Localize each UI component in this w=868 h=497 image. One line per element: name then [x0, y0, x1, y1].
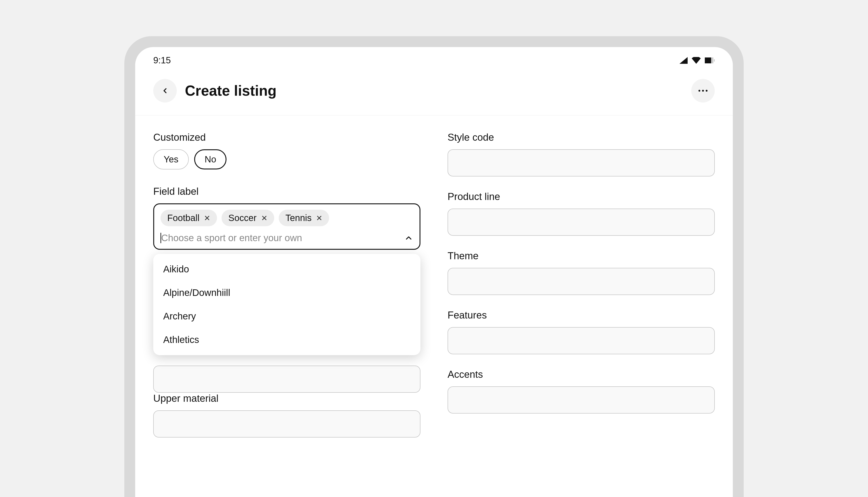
chip-football[interactable]: Football ✕ [161, 210, 217, 226]
obscured-field[interactable] [153, 366, 421, 393]
features-label: Features [447, 310, 715, 321]
close-icon[interactable]: ✕ [316, 214, 322, 223]
page-title: Create listing [185, 82, 277, 99]
sport-combobox[interactable]: Football ✕ Soccer ✕ Tennis ✕ [153, 203, 421, 250]
screen: 9:15 Create listing Customized [135, 47, 733, 497]
upper-material-label: Upper material [153, 393, 421, 404]
sport-combobox-wrap: Football ✕ Soccer ✕ Tennis ✕ [153, 203, 421, 250]
text-cursor [161, 233, 161, 243]
field-label-label: Field label [153, 186, 421, 197]
customized-options: Yes No [153, 149, 421, 169]
accents-label: Accents [447, 369, 715, 380]
input-with-caret [161, 232, 404, 243]
combobox-input-row [161, 232, 413, 243]
chip-row: Football ✕ Soccer ✕ Tennis ✕ [161, 210, 413, 226]
style-code-label: Style code [447, 132, 715, 143]
wifi-icon [692, 57, 701, 64]
svg-rect-0 [705, 57, 711, 63]
status-bar: 9:15 [135, 47, 733, 66]
chip-tennis[interactable]: Tennis ✕ [279, 210, 329, 226]
svg-rect-1 [711, 57, 713, 63]
theme-input[interactable] [447, 268, 715, 295]
svg-rect-2 [714, 59, 715, 61]
svg-point-5 [706, 90, 707, 91]
upper-material-input[interactable] [153, 410, 421, 438]
customized-yes[interactable]: Yes [153, 149, 189, 169]
product-line-label: Product line [447, 191, 715, 202]
chevron-up-icon[interactable] [404, 233, 413, 242]
device-frame: 9:15 Create listing Customized [124, 36, 744, 497]
chip-soccer[interactable]: Soccer ✕ [222, 210, 274, 226]
status-time: 9:15 [153, 55, 171, 66]
customized-no[interactable]: No [194, 149, 226, 169]
chevron-left-icon [161, 87, 169, 95]
sport-dropdown: Aikido Alpine/Downhiill Archery Athletic… [153, 254, 421, 355]
customized-label: Customized [153, 132, 421, 143]
accents-input[interactable] [447, 386, 715, 413]
back-button[interactable] [153, 79, 177, 102]
svg-point-3 [698, 90, 700, 91]
header-left: Create listing [153, 79, 277, 102]
chip-label: Football [167, 213, 200, 223]
more-button[interactable] [691, 79, 715, 102]
right-column: Style code Product line Theme Features A… [447, 132, 715, 452]
option-aikido[interactable]: Aikido [153, 257, 421, 281]
option-athletics[interactable]: Athletics [153, 328, 421, 352]
theme-label: Theme [447, 250, 715, 261]
status-icons [679, 57, 715, 64]
option-archery[interactable]: Archery [153, 304, 421, 328]
content: Customized Yes No Field label Football ✕ [135, 115, 733, 452]
sport-input[interactable] [161, 232, 404, 243]
close-icon[interactable]: ✕ [204, 214, 210, 223]
app-header: Create listing [135, 66, 733, 115]
signal-icon [679, 57, 688, 64]
battery-icon [705, 57, 715, 63]
left-column: Customized Yes No Field label Football ✕ [153, 132, 421, 452]
chip-label: Tennis [285, 213, 312, 223]
close-icon[interactable]: ✕ [261, 214, 267, 223]
chip-label: Soccer [228, 213, 256, 223]
style-code-input[interactable] [447, 149, 715, 176]
more-horizontal-icon [698, 89, 708, 92]
svg-point-4 [702, 90, 704, 91]
product-line-input[interactable] [447, 209, 715, 236]
option-alpine[interactable]: Alpine/Downhiill [153, 281, 421, 304]
features-input[interactable] [447, 327, 715, 354]
